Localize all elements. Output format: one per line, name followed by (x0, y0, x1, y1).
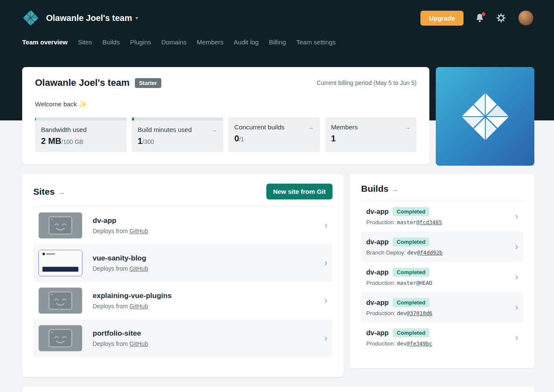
plan-badge: Starter (135, 78, 161, 88)
stat-bandwidth[interactable]: Bandwidth used 2 MB/100 GB (35, 117, 127, 152)
build-minutes-progress-fill (132, 117, 134, 120)
stat-suffix: /300 (143, 138, 154, 145)
arrow-right-icon: → (404, 123, 411, 131)
stat-build-minutes[interactable]: Build minutes used → 1/300 (132, 117, 224, 152)
netlify-promo-card[interactable] (436, 67, 534, 166)
chevron-right-icon: › (324, 221, 327, 230)
build-branch: master@ (397, 219, 420, 225)
netlify-diamond-icon (459, 91, 511, 143)
build-context: Production: (366, 340, 397, 347)
chevron-down-icon[interactable]: ▾ (136, 15, 138, 21)
user-avatar[interactable] (518, 10, 534, 26)
build-commit[interactable]: fcd3485 (420, 219, 442, 225)
sites-title-link[interactable]: Sites→ (33, 187, 65, 197)
stat-label: Concurrent builds (234, 123, 285, 131)
status-badge: Completed (393, 268, 429, 277)
build-context: Production: (366, 310, 397, 316)
bandwidth-progress-track (35, 117, 127, 120)
notifications-bell-icon[interactable] (475, 13, 484, 23)
nav-plugins[interactable]: Plugins (130, 38, 151, 46)
build-site-name: dv-app (366, 208, 388, 216)
stat-label: Bandwidth used (41, 126, 87, 133)
builds-title-link[interactable]: Builds→ (361, 184, 399, 194)
build-site-name: dv-app (366, 299, 388, 307)
stat-suffix: /1 (239, 136, 244, 143)
build-context: Branch Deploy: (366, 249, 407, 256)
stat-value: 1 (138, 136, 143, 146)
notification-dot (482, 12, 485, 16)
build-branch: dev@ (397, 310, 410, 316)
new-site-from-git-button[interactable]: New site from Git (266, 184, 332, 199)
build-row[interactable]: dv-app Completed Production: master@fcd3… (361, 201, 523, 231)
settings-gear-icon[interactable] (496, 13, 506, 23)
site-row[interactable]: vue-sanity-blog Deploys from GitHub › (33, 244, 332, 282)
topbar: Olawanle Joel's team ▾ Upgrade (0, 0, 554, 36)
upgrade-button[interactable]: Upgrade (420, 11, 464, 26)
github-link[interactable]: GitHub (129, 265, 148, 272)
arrow-right-icon: → (58, 188, 65, 196)
build-site-name: dv-app (366, 269, 388, 276)
site-name: dv-app (93, 216, 148, 225)
nav-sites[interactable]: Sites (78, 38, 92, 46)
site-thumbnail (38, 325, 82, 351)
github-link[interactable]: GitHub (129, 340, 148, 347)
chevron-right-icon: › (515, 242, 518, 252)
status-badge: Completed (393, 207, 429, 216)
nav-billing[interactable]: Billing (269, 38, 286, 46)
chevron-right-icon: › (515, 212, 518, 221)
team-summary-card: Olawanle Joel's team Starter Current bil… (22, 67, 429, 164)
build-row[interactable]: dv-app Completed Production: dev@fe349bc… (361, 322, 523, 353)
nav-builds[interactable]: Builds (102, 38, 120, 46)
stat-value: 0 (234, 134, 239, 143)
arrow-right-icon: → (211, 126, 217, 133)
nav-audit-log[interactable]: Audit log (234, 38, 259, 46)
deploy-source-text: Deploys from (93, 340, 129, 347)
build-branch: master@ (397, 280, 420, 286)
netlify-logo-icon[interactable] (22, 9, 39, 26)
status-badge: Completed (393, 298, 429, 307)
build-context: Production: (366, 280, 397, 286)
nav-domains[interactable]: Domains (161, 38, 187, 46)
build-row[interactable]: dv-app Completed Production: dev@37010d6… (361, 292, 523, 322)
sites-list: dv-app Deploys from GitHub › vue-sanity-… (33, 207, 332, 357)
site-row[interactable]: portfolio-sitee Deploys from GitHub › (33, 319, 332, 357)
chevron-right-icon: › (515, 303, 518, 312)
stat-value: 1 (331, 134, 336, 143)
team-name[interactable]: Olawanle Joel's team (46, 13, 132, 23)
builds-list: dv-app Completed Production: master@fcd3… (361, 201, 523, 353)
deploy-source-text: Deploys from (93, 265, 129, 272)
arrow-right-icon: → (391, 185, 399, 193)
github-link[interactable]: GitHub (129, 228, 148, 234)
site-name: vue-sanity-blog (93, 254, 148, 263)
site-thumbnail (38, 212, 82, 239)
stat-label: Members (331, 123, 358, 131)
deploy-source-text: Deploys from (93, 228, 129, 234)
build-commit: HEAD (420, 280, 432, 286)
next-section-card (22, 386, 534, 392)
status-badge: Completed (393, 237, 429, 246)
build-commit[interactable]: 37010d6 (410, 310, 432, 316)
site-row[interactable]: dv-app Deploys from GitHub › (33, 207, 332, 244)
stat-members[interactable]: Members → 1 (325, 117, 417, 152)
build-row[interactable]: dv-app Completed Branch Deploy: dev@f4dd… (361, 231, 523, 262)
status-badge: Completed (393, 328, 429, 337)
build-minutes-progress-track (132, 117, 224, 120)
arrow-right-icon: → (308, 123, 314, 131)
welcome-text: Welcome back ✨ (35, 100, 417, 108)
site-thumbnail (38, 250, 82, 276)
build-row[interactable]: dv-app Completed Production: master@HEAD… (361, 262, 523, 292)
nav-team-settings[interactable]: Team settings (296, 38, 336, 46)
chevron-right-icon: › (515, 333, 518, 342)
build-commit[interactable]: fe349bc (410, 340, 432, 347)
site-row[interactable]: explaining-vue-plugins Deploys from GitH… (33, 282, 332, 319)
nav-team-overview[interactable]: Team overview (22, 38, 67, 46)
team-nav: Team overview Sites Builds Plugins Domai… (0, 36, 554, 56)
usage-stats: Bandwidth used 2 MB/100 GB Build minutes… (35, 117, 417, 152)
chevron-right-icon: › (324, 333, 327, 343)
build-commit[interactable]: f4dd92b (420, 249, 443, 256)
sites-card: Sites→ New site from Git dv-app Deploys … (22, 174, 344, 377)
stat-concurrent-builds[interactable]: Concurrent builds → 0/1 (228, 117, 320, 152)
nav-members[interactable]: Members (197, 38, 224, 46)
deploy-source-text: Deploys from (93, 303, 129, 310)
github-link[interactable]: GitHub (129, 303, 148, 310)
